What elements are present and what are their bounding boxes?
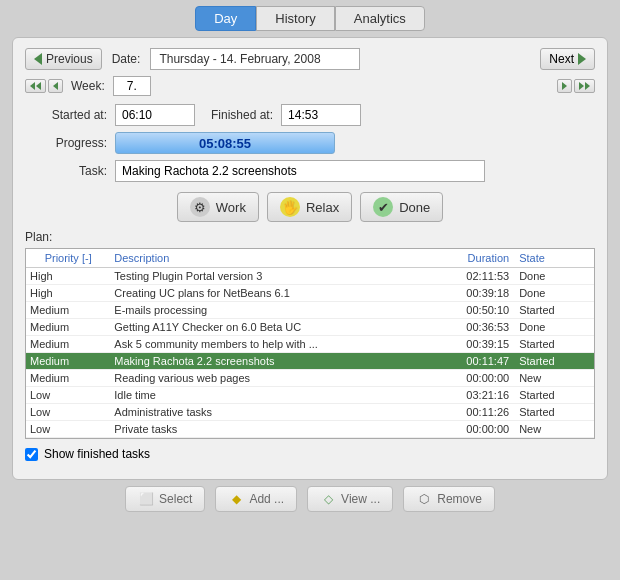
week-nav-row: Week: bbox=[25, 76, 595, 96]
tab-day[interactable]: Day bbox=[195, 6, 256, 31]
cell-priority: Medium bbox=[26, 353, 110, 370]
cell-description: Making Rachota 2.2 screenshots bbox=[110, 353, 434, 370]
cell-icon bbox=[582, 353, 594, 370]
cell-priority: High bbox=[26, 285, 110, 302]
view-label: View ... bbox=[341, 492, 380, 506]
left-icon bbox=[53, 82, 58, 90]
week-label: Week: bbox=[71, 79, 105, 93]
col-dur-header[interactable]: Duration bbox=[434, 249, 515, 268]
work-button[interactable]: ⚙ Work bbox=[177, 192, 259, 222]
col-desc-header[interactable]: Description bbox=[110, 249, 434, 268]
cell-icon bbox=[582, 302, 594, 319]
cell-description: Creating UC plans for NetBeans 6.1 bbox=[110, 285, 434, 302]
cell-state: Done bbox=[515, 285, 582, 302]
select-button[interactable]: ⬜ Select bbox=[125, 486, 205, 512]
cell-state: New bbox=[515, 370, 582, 387]
cell-priority: Low bbox=[26, 404, 110, 421]
right-icon bbox=[562, 82, 567, 90]
week-input[interactable] bbox=[113, 76, 151, 96]
week-back-far-button[interactable] bbox=[25, 79, 46, 93]
relax-icon: 🖐 bbox=[280, 197, 300, 217]
cell-state: New bbox=[515, 421, 582, 438]
main-panel: Previous Date: Next Week: bbox=[12, 37, 608, 480]
tab-history[interactable]: History bbox=[256, 6, 334, 31]
table-row[interactable]: MediumReading various web pages00:00:00N… bbox=[26, 370, 594, 387]
started-label: Started at: bbox=[25, 108, 115, 122]
table-row[interactable]: LowAdministrative tasks00:11:26Started bbox=[26, 404, 594, 421]
cell-icon bbox=[582, 319, 594, 336]
remove-icon: ⬡ bbox=[416, 491, 432, 507]
done-button[interactable]: ✔ Done bbox=[360, 192, 443, 222]
cell-icon bbox=[582, 370, 594, 387]
cell-description: Reading various web pages bbox=[110, 370, 434, 387]
done-icon: ✔ bbox=[373, 197, 393, 217]
cell-priority: High bbox=[26, 268, 110, 285]
date-input[interactable] bbox=[150, 48, 360, 70]
relax-button[interactable]: 🖐 Relax bbox=[267, 192, 352, 222]
cell-description: Administrative tasks bbox=[110, 404, 434, 421]
cell-duration: 00:36:53 bbox=[434, 319, 515, 336]
table-row[interactable]: MediumAsk 5 community members to help wi… bbox=[26, 336, 594, 353]
cell-priority: Medium bbox=[26, 302, 110, 319]
cell-icon bbox=[582, 285, 594, 302]
arrow-right-icon bbox=[578, 53, 586, 65]
date-label: Date: bbox=[112, 52, 141, 66]
cell-icon bbox=[582, 336, 594, 353]
week-back-button[interactable] bbox=[48, 79, 63, 93]
previous-button[interactable]: Previous bbox=[25, 48, 102, 70]
table-row[interactable]: HighCreating UC plans for NetBeans 6.100… bbox=[26, 285, 594, 302]
cell-state: Done bbox=[515, 319, 582, 336]
select-label: Select bbox=[159, 492, 192, 506]
cell-state: Done bbox=[515, 268, 582, 285]
cell-duration: 03:21:16 bbox=[434, 387, 515, 404]
cell-duration: 00:11:26 bbox=[434, 404, 515, 421]
table-row[interactable]: MediumGetting A11Y Checker on 6.0 Beta U… bbox=[26, 319, 594, 336]
cell-duration: 00:39:18 bbox=[434, 285, 515, 302]
remove-label: Remove bbox=[437, 492, 482, 506]
show-finished-checkbox[interactable] bbox=[25, 448, 38, 461]
cell-icon bbox=[582, 404, 594, 421]
col-priority-header[interactable]: Priority [-] bbox=[26, 249, 110, 268]
table-row[interactable]: MediumE-mails processing00:50:10Started bbox=[26, 302, 594, 319]
table-row[interactable]: LowIdle time03:21:16Started bbox=[26, 387, 594, 404]
col-icon-header bbox=[582, 249, 594, 268]
cell-icon bbox=[582, 268, 594, 285]
cell-state: Started bbox=[515, 404, 582, 421]
progress-row: Progress: 05:08:55 bbox=[25, 132, 595, 154]
remove-button[interactable]: ⬡ Remove bbox=[403, 486, 495, 512]
cell-priority: Medium bbox=[26, 319, 110, 336]
work-label: Work bbox=[216, 200, 246, 215]
task-table: Priority [-] Description Duration State … bbox=[25, 248, 595, 439]
cell-description: Getting A11Y Checker on 6.0 Beta UC bbox=[110, 319, 434, 336]
cell-priority: Low bbox=[26, 387, 110, 404]
add-label: Add ... bbox=[249, 492, 284, 506]
tab-analytics[interactable]: Analytics bbox=[335, 6, 425, 31]
double-right-icon bbox=[579, 82, 590, 90]
work-icon: ⚙ bbox=[190, 197, 210, 217]
table-row[interactable]: LowPrivate tasks00:00:00New bbox=[26, 421, 594, 438]
cell-icon bbox=[582, 421, 594, 438]
week-fwd-button[interactable] bbox=[557, 79, 572, 93]
next-button[interactable]: Next bbox=[540, 48, 595, 70]
finished-input[interactable] bbox=[281, 104, 361, 126]
table-row[interactable]: HighTesting Plugin Portal version 302:11… bbox=[26, 268, 594, 285]
cell-description: Idle time bbox=[110, 387, 434, 404]
cell-description: E-mails processing bbox=[110, 302, 434, 319]
col-state-header[interactable]: State bbox=[515, 249, 582, 268]
cell-duration: 00:00:00 bbox=[434, 370, 515, 387]
action-buttons: ⚙ Work 🖐 Relax ✔ Done bbox=[25, 192, 595, 222]
add-button[interactable]: ◆ Add ... bbox=[215, 486, 297, 512]
task-input[interactable] bbox=[115, 160, 485, 182]
task-row: Task: bbox=[25, 160, 595, 182]
cell-duration: 02:11:53 bbox=[434, 268, 515, 285]
cell-description: Private tasks bbox=[110, 421, 434, 438]
progress-bar: 05:08:55 bbox=[115, 132, 335, 154]
show-finished-label: Show finished tasks bbox=[44, 447, 150, 461]
view-icon: ◇ bbox=[320, 491, 336, 507]
add-icon: ◆ bbox=[228, 491, 244, 507]
next-label: Next bbox=[549, 52, 574, 66]
started-input[interactable] bbox=[115, 104, 195, 126]
view-button[interactable]: ◇ View ... bbox=[307, 486, 393, 512]
table-row[interactable]: MediumMaking Rachota 2.2 screenshots00:1… bbox=[26, 353, 594, 370]
week-fwd-far-button[interactable] bbox=[574, 79, 595, 93]
